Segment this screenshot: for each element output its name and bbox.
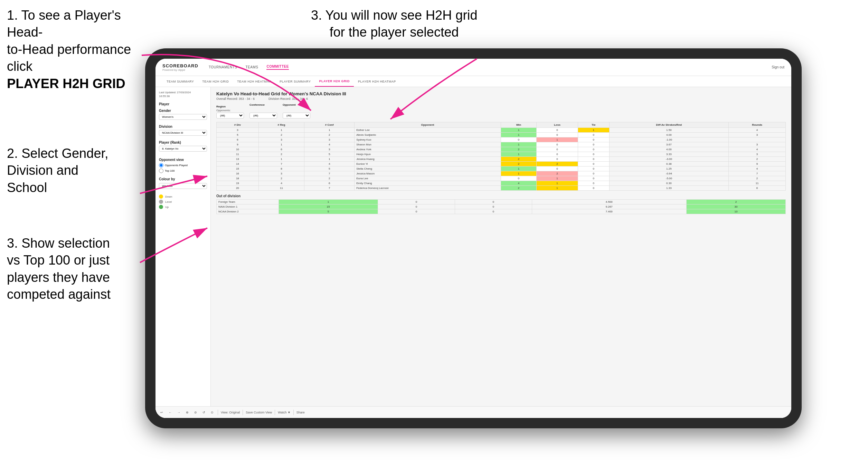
instruction-bottom-left: 3. Show selectionvs Top 100 or justplaye… [7, 235, 111, 303]
tablet-screen: SCOREBOARD Powered by clippd TOURNAMENTS… [155, 59, 791, 418]
brand: SCOREBOARD Powered by clippd [162, 63, 198, 72]
subnav-team-h2h-heatmap[interactable]: TEAM H2H HEATMAP [233, 76, 275, 87]
nav-committee[interactable]: COMMITTEE [266, 65, 289, 70]
watch-btn[interactable]: Watch ▼ [278, 411, 291, 414]
gender-label: Gender [159, 109, 207, 113]
subnav-team-summary[interactable]: TEAM SUMMARY [162, 76, 198, 87]
h2h-title: Katelyn Vo Head-to-Head Grid for Women's… [216, 91, 786, 96]
nav-links: TOURNAMENTS TEAMS COMMITTEE [209, 65, 772, 70]
region-select[interactable]: (All) [216, 113, 244, 118]
save-custom-view-btn[interactable]: Save Custom View [246, 411, 272, 414]
division-label: Division [159, 125, 207, 128]
table-row: 15 8 5 Stella Cheng 1 0 0 1.25 4 [217, 166, 786, 171]
col-loss: Loss [537, 122, 578, 128]
col-tie: Tie [578, 122, 610, 128]
legend-level-dot [159, 200, 163, 204]
back-btn[interactable]: ← [167, 410, 173, 415]
legend-level: Level [159, 200, 207, 204]
tablet-frame: SCOREBOARD Powered by clippd TOURNAMENTS… [145, 48, 802, 428]
col-diff: Diff Av Strokes/Rnd [609, 122, 729, 128]
nav-teams[interactable]: TEAMS [245, 65, 258, 69]
refresh-btn[interactable]: ↺ [201, 410, 207, 415]
panel-date: Last Updated: 27/03/202416:55:38 [159, 90, 207, 98]
col-div: # Div [217, 122, 259, 128]
subnav: TEAM SUMMARY TEAM H2H GRID TEAM H2H HEAT… [155, 76, 791, 87]
toolbar-divider3 [275, 410, 275, 415]
instruction-top-right: 3. You will now see H2H gridfor the play… [311, 7, 478, 41]
region-filter: Region Opponents: (All) [216, 105, 244, 118]
table-row: 3 1 1 Esther Lee 1 0 1 1.50 4 [217, 128, 786, 133]
table-row: NCAA Division 2 5 0 0 7.400 10 [217, 209, 786, 214]
legend-container: Down Level Up [159, 194, 207, 209]
toolbar-divider4 [293, 410, 294, 415]
add-btn[interactable]: ⊕ [185, 410, 190, 415]
col-reg: # Reg [258, 122, 304, 128]
conference-filter: Conference (All) [249, 103, 277, 118]
h2h-table: # Div # Reg # Conf Opponent Win Loss Tie… [216, 122, 786, 191]
table-row: 14 7 4 Eunice Yi 2 2 0 0.38 9 [217, 162, 786, 166]
table-row: Foreign Team 1 0 0 4.500 2 [217, 200, 786, 204]
subnav-player-h2h-grid[interactable]: PLAYER H2H GRID [315, 76, 354, 87]
h2h-records: Overall Record: 353 - 34 - 6 Division Re… [216, 97, 786, 101]
table-row: 20 11 7 Federica Domecq Lacroze 2 1 0 1.… [217, 186, 786, 191]
col-opponent: Opponent [355, 122, 501, 128]
division-select[interactable]: NCAA Division III [159, 130, 207, 136]
filters-row: Region Opponents: (All) Conference (All) [216, 103, 786, 118]
col-rounds: Rounds [729, 122, 786, 128]
toolbar-divider [218, 410, 218, 415]
right-panel: Katelyn Vo Head-to-Head Grid for Women's… [211, 87, 791, 418]
subnav-player-h2h-heatmap[interactable]: PLAYER H2H HEATMAP [354, 76, 400, 87]
top100-radio[interactable]: Top 100 [159, 169, 207, 173]
player-rank-label: Player (Rank) [159, 141, 207, 144]
opponent-view-label: Opponent view [159, 158, 207, 162]
subnav-player-summary[interactable]: PLAYER SUMMARY [275, 76, 315, 87]
table-row: 18 2 2 Euna Lee 0 1 0 -5.00 2 [217, 176, 786, 181]
toolbar-divider2 [243, 410, 243, 415]
share-btn[interactable]: Share [296, 411, 305, 414]
target-btn[interactable]: ⊙ [209, 410, 215, 415]
player-section-label: Player [159, 102, 207, 106]
table-row: NAIA Division 1 15 0 0 9.267 30 [217, 204, 786, 209]
colour-by-label: Colour by [159, 177, 207, 181]
navbar: SCOREBOARD Powered by clippd TOURNAMENTS… [155, 59, 791, 76]
opponents-played-radio[interactable]: Opponents Played [159, 163, 207, 168]
table-row: 11 2 5 Heejo Hyun 1 0 0 3.33 3 [217, 152, 786, 157]
remove-btn[interactable]: ⊘ [193, 410, 198, 415]
undo-btn[interactable]: ↩ [159, 410, 164, 415]
instruction-mid-left: 2. Select Gender,Division andSchool [7, 145, 108, 196]
col-win: Win [501, 122, 536, 128]
fwd-btn[interactable]: → [176, 410, 182, 415]
left-panel: Last Updated: 27/03/202416:55:38 Player … [155, 87, 211, 418]
colour-by-select[interactable]: Win/loss [159, 183, 207, 189]
opponent-select[interactable]: (All) [283, 113, 310, 118]
nav-sign-out[interactable]: Sign out [772, 65, 784, 69]
legend-down: Down [159, 194, 207, 199]
view-original-btn[interactable]: View: Original [221, 411, 240, 414]
legend-down-dot [159, 194, 163, 199]
opponent-filter: Opponent (All) [283, 103, 310, 118]
bottom-toolbar: ↩ ← → ⊕ ⊘ ↺ ⊙ View: Original Save Custom… [155, 406, 791, 418]
table-row: 5 2 2 Alexis Sudjianto 1 0 0 4.00 3 [217, 133, 786, 137]
gender-select[interactable]: Women's [159, 114, 207, 120]
player-rank-select[interactable]: 8. Katelyn Vo [159, 146, 207, 152]
col-conf: # Conf [304, 122, 355, 128]
table-row: 6 3 3 Sydney Kuo 0 1 0 -1.00 [217, 137, 786, 142]
out-of-division-table: Foreign Team 1 0 0 4.500 2 NAIA Division… [216, 199, 786, 214]
main-content: Last Updated: 27/03/202416:55:38 Player … [155, 87, 791, 418]
table-row: 13 1 1 Jessica Huang 2 0 0 -3.00 2 [217, 157, 786, 162]
legend-up-dot [159, 205, 163, 209]
table-row: 9 1 4 Sharon Mun 1 0 0 3.67 3 [217, 142, 786, 147]
table-row: 19 4 6 Emily Chang 4 1 0 0.30 11 [217, 181, 786, 186]
table-row: 16 3 7 Jessica Mason 1 2 0 -0.94 7 [217, 171, 786, 176]
table-row: 10 6 3 Andrea York 2 0 0 4.00 4 [217, 147, 786, 152]
nav-tournaments[interactable]: TOURNAMENTS [209, 65, 237, 69]
legend-up: Up [159, 205, 207, 209]
instruction-top-left: 1. To see a Player's Head- to-Head perfo… [7, 7, 152, 92]
conference-select[interactable]: (All) [249, 113, 277, 118]
subnav-team-h2h-grid[interactable]: TEAM H2H GRID [198, 76, 233, 87]
out-of-division-label: Out of division [216, 194, 786, 198]
